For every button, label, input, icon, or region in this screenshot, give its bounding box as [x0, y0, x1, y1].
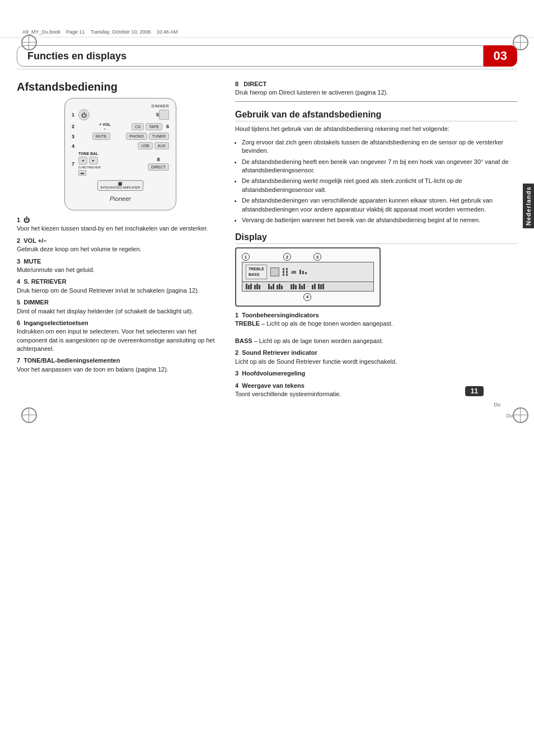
disp-num-1: 1 [242, 253, 251, 261]
char-group-4 [277, 284, 283, 289]
treble-bass-display: TREBLE BASS [246, 265, 267, 279]
integrated-label-wrapper: ⬛ INTEGRATED AMPLIFIER [72, 180, 169, 191]
s-retriever-label: S.RETRIEVER [78, 166, 148, 169]
bar-tall [299, 270, 301, 274]
s-retriever-button[interactable]: ▬ [78, 170, 86, 176]
display-section: Display 1 2 3 [235, 232, 517, 398]
dot-separator: · [307, 284, 310, 289]
remote-row-tonebal: 7 TONE BAL ◂ ▸ S.RETRIEVER ▬ 8 [72, 152, 169, 176]
language-label: Nederlands [525, 186, 532, 226]
sound-retriever-indicator-label: Sound Retriever indicator [242, 349, 317, 356]
page-sub-text: Du [506, 413, 513, 419]
char-group-2 [254, 284, 260, 289]
disp-item-2: 2 Sound Retriever indicator Licht op als… [235, 349, 517, 366]
bar-seg [283, 271, 284, 273]
usage-intro: Houd tijdens het gebruik van de afstands… [235, 125, 517, 133]
display-title: Display [235, 232, 517, 244]
bass-label-display: BASS [249, 272, 264, 278]
usb-button[interactable]: USB [138, 142, 152, 149]
item-2: 2 VOL +/– Gebruik deze knop om het volum… [17, 237, 224, 254]
display-num-row: 1 2 3 [242, 253, 374, 261]
meta-day: Tuesday [90, 29, 109, 35]
bar-seg [286, 271, 288, 273]
bar-seg [283, 268, 284, 270]
bar-med [302, 271, 304, 274]
tone-left-button[interactable]: ◂ [78, 157, 87, 165]
remote-num-4: 4 [72, 143, 78, 149]
page-content: Afstandsbediening DIMMER 1 ⏻ 5 [0, 69, 534, 413]
tone-right-button[interactable]: ▸ [89, 157, 98, 165]
usage-title: Gebruik van de afstandsbediening [235, 110, 517, 121]
aux-button[interactable]: AUX [154, 142, 169, 149]
cd-tape-group: CD TAPE [132, 123, 162, 130]
page-wrapper: A9_MY_Du.book Page 11 Tuesday, October 1… [0, 27, 534, 419]
display-diagram: 1 2 3 TREBLE BASS [235, 247, 381, 307]
dimmer-label: DIMMER [72, 104, 169, 108]
db-label: dB [291, 270, 296, 274]
disp-item-1: 1 Toonbeheersingindicators TREBLE – Lich… [235, 311, 517, 346]
usb-aux-group: USB AUX [138, 142, 169, 149]
item-5: 5 DIMMER Dimt of maakt het display helde… [17, 298, 224, 316]
item-4: 4 S. RETRIEVER Druk hierop om de Sound R… [17, 278, 224, 295]
item-8-header: 8 DIRECT [235, 81, 517, 87]
header-bar: Functies en displays 03 [17, 41, 517, 69]
disp-num-4-wrapper: 4 [242, 293, 374, 301]
tuner-button[interactable]: TUNER [149, 133, 169, 140]
meta-filename: A9_MY_Du.book [22, 29, 60, 35]
treble-label-display: TREBLE [249, 266, 264, 272]
disp-item-3: 3 Hoofdvolumeregeling [235, 369, 517, 378]
remote-num-8: 8 [157, 157, 160, 162]
char-group-3 [268, 284, 274, 289]
cd-button[interactable]: CD [132, 123, 144, 130]
bar-graph-1 [283, 268, 288, 276]
bar-seg [283, 274, 284, 276]
char-group-1 [246, 284, 252, 289]
remote-num-7: 7 [72, 161, 78, 167]
page-title-text: Functies en displays [27, 50, 127, 62]
usage-section: Gebruik van de afstandsbediening Houd ti… [235, 110, 517, 224]
divider-1 [235, 101, 517, 102]
disp-num-2: 2 [283, 253, 292, 261]
tape-button[interactable]: TAPE [146, 123, 162, 130]
phono-button[interactable]: PHONO [126, 133, 147, 140]
page-title: Functies en displays [17, 45, 484, 67]
bar-seg [286, 274, 288, 276]
mute-button[interactable]: MUTE [92, 133, 110, 140]
pioneer-logo: Pioneer [72, 195, 169, 202]
bar-seg [286, 268, 288, 270]
bullet-5: Vervang de batterijen wanneer het bereik… [242, 216, 517, 224]
disp-num-4: 4 [303, 293, 311, 301]
bullet-2: De afstandsbediening heeft een bereik va… [242, 158, 517, 175]
remote-diagram: DIMMER 1 ⏻ 5 2 [64, 98, 176, 210]
char-group-6 [299, 284, 305, 289]
remote-num-1: 1 [72, 112, 78, 118]
display-content-bottom: · [242, 282, 374, 292]
meta-page: Page 11 [66, 29, 85, 35]
chapter-badge: 03 [484, 45, 517, 67]
page-number-box: 11 [465, 386, 484, 396]
item-1: 1 ⏻ Voor het kiezen tussen stand-by en h… [17, 216, 224, 233]
page-lang-sub: Du [494, 402, 500, 407]
left-column: Afstandsbediening DIMMER 1 ⏻ 5 [17, 75, 224, 402]
remote-row-mute: 3 MUTE PHONO TUNER [72, 133, 169, 140]
page-num-wrapper: 11 Du [494, 401, 500, 407]
dimmer-button[interactable] [159, 110, 169, 120]
remote-num-6: 6 [162, 124, 169, 129]
bar-col-2 [286, 268, 288, 276]
left-section-title: Afstandsbediening [17, 81, 224, 93]
bar-col-1 [283, 268, 284, 276]
char-group-5 [291, 284, 297, 289]
integrated-text: INTEGRATED AMPLIFIER [100, 186, 140, 189]
page-number: 11 [471, 387, 478, 395]
bar-graph-2 [299, 270, 307, 274]
page-sub: Du [0, 413, 513, 419]
power-button[interactable]: ⏻ [78, 109, 90, 120]
direct-button-remote[interactable]: DIRECT [148, 163, 169, 171]
usage-bullets: Zorg ervoor dat zich geen obstakels tuss… [242, 138, 517, 225]
item-8-section: 8 DIRECT Druk hierop om Direct luisteren… [235, 81, 517, 97]
display-content-top: TREBLE BASS [242, 262, 374, 282]
integrated-label: ⬛ INTEGRATED AMPLIFIER [97, 180, 143, 191]
phono-tuner-group: PHONO TUNER [126, 133, 169, 140]
sound-retriever-display-indicator [270, 267, 279, 276]
char-group-7 [312, 284, 316, 289]
